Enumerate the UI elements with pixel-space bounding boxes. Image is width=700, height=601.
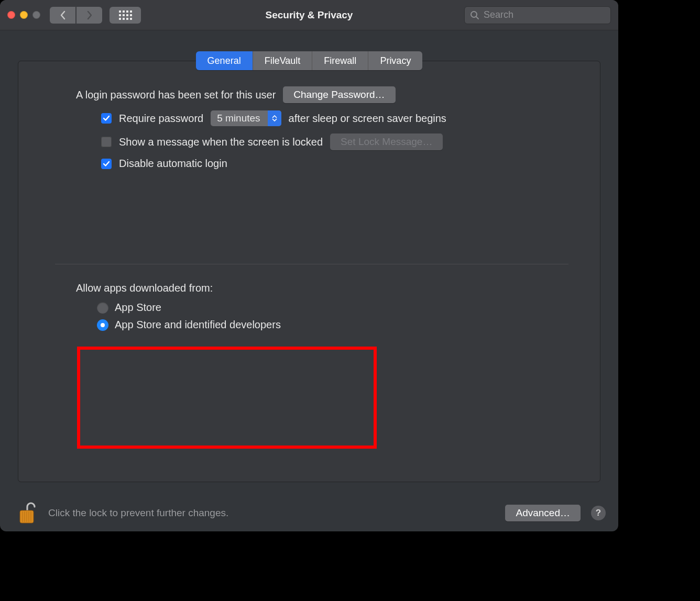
lock-hint-text: Click the lock to prevent further change…: [48, 507, 228, 519]
zoom-window-button[interactable]: [32, 11, 40, 19]
require-password-label: Require password: [119, 113, 203, 125]
tabs-row: General FileVault Firewall Privacy: [18, 51, 600, 70]
annotation-highlight-box: [77, 347, 377, 449]
forward-button[interactable]: [76, 7, 102, 24]
disable-auto-login-label: Disable automatic login: [119, 158, 227, 170]
after-sleep-text: after sleep or screen saver begins: [289, 113, 446, 125]
search-field[interactable]: [464, 6, 611, 24]
grid-icon: [119, 10, 132, 20]
search-input[interactable]: [484, 9, 605, 20]
titlebar: Security & Privacy: [0, 0, 618, 30]
allow-apps-heading: Allow apps downloaded from:: [76, 282, 568, 294]
help-button[interactable]: ?: [591, 506, 606, 520]
allow-identified-row: App Store and identified developers: [76, 319, 568, 331]
disable-auto-login-checkbox[interactable]: [101, 159, 112, 169]
chevron-left-icon: [60, 10, 66, 20]
svg-line-1: [476, 17, 478, 19]
tab-general[interactable]: General: [196, 51, 253, 70]
require-password-checkbox[interactable]: [101, 113, 112, 124]
login-password-text: A login password has been set for this u…: [76, 89, 276, 101]
back-button[interactable]: [50, 7, 75, 24]
require-password-delay-select[interactable]: 5 minutes: [211, 110, 281, 126]
allow-app-store-row: App Store: [76, 302, 568, 314]
tab-privacy[interactable]: Privacy: [368, 51, 422, 70]
footer: Click the lock to prevent further change…: [0, 495, 618, 531]
tab-filevault[interactable]: FileVault: [253, 51, 313, 70]
allow-app-store-label: App Store: [115, 302, 161, 314]
select-stepper-icon: [268, 110, 281, 126]
nav-buttons: [50, 7, 102, 24]
window-controls: [7, 11, 40, 19]
tab-firewall[interactable]: Firewall: [312, 51, 368, 70]
allow-identified-label: App Store and identified developers: [115, 319, 281, 331]
allow-app-store-radio[interactable]: [97, 302, 108, 314]
login-password-row: A login password has been set for this u…: [76, 86, 568, 103]
show-message-label: Show a message when the screen is locked: [119, 136, 323, 148]
preferences-window: Security & Privacy General FileVault Fir…: [0, 0, 618, 531]
pane-body: General FileVault Firewall Privacy A log…: [0, 30, 618, 495]
close-window-button[interactable]: [7, 11, 15, 19]
show-message-row: Show a message when the screen is locked…: [76, 133, 568, 150]
allow-apps-section: Allow apps downloaded from: App Store Ap…: [76, 282, 568, 331]
check-icon: [103, 115, 110, 122]
section-divider: [55, 264, 568, 264]
general-pane: A login password has been set for this u…: [18, 61, 600, 482]
require-password-row: Require password 5 minutes after sleep o…: [76, 110, 568, 126]
set-lock-message-button: Set Lock Message…: [330, 133, 443, 150]
allow-identified-radio[interactable]: [97, 319, 108, 331]
show-all-button[interactable]: [110, 7, 141, 24]
unlocked-padlock-icon: [18, 501, 38, 525]
check-icon: [103, 160, 110, 168]
minimize-window-button[interactable]: [20, 11, 28, 19]
lock-region[interactable]: Click the lock to prevent further change…: [18, 501, 228, 525]
change-password-button[interactable]: Change Password…: [283, 86, 395, 103]
advanced-button[interactable]: Advanced…: [505, 505, 581, 521]
require-password-delay-value: 5 minutes: [211, 113, 267, 124]
search-icon: [470, 10, 479, 20]
show-message-checkbox[interactable]: [101, 137, 112, 147]
chevron-right-icon: [86, 10, 93, 20]
disable-auto-login-row: Disable automatic login: [76, 158, 568, 170]
tabs: General FileVault Firewall Privacy: [196, 51, 423, 70]
